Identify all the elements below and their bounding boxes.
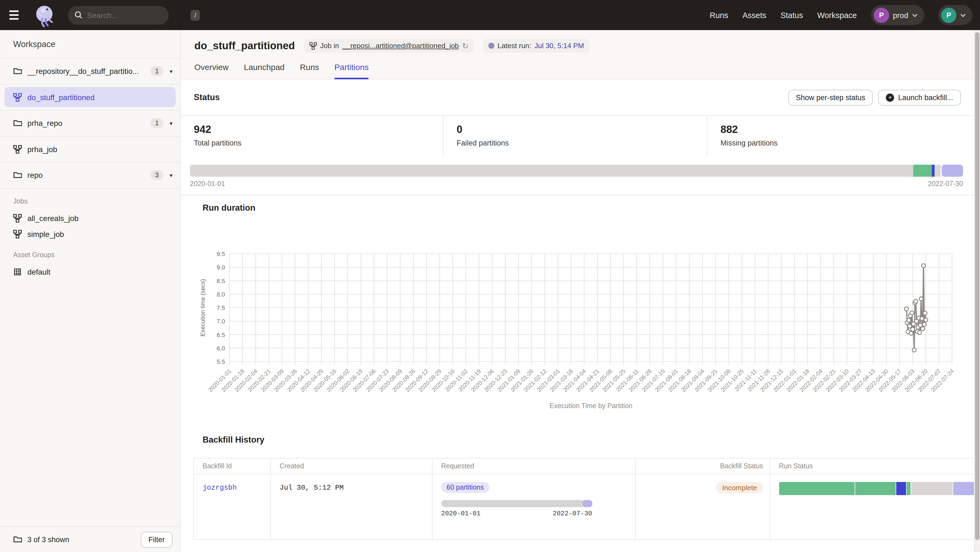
job-icon xyxy=(13,93,22,102)
requested-range-end: 2022-07-30 xyxy=(553,510,592,517)
stat-failed-partitions: 0 Failed partitions xyxy=(444,116,707,157)
svg-text:6.0: 6.0 xyxy=(216,345,225,352)
sidebar-item-default-group[interactable]: default xyxy=(13,264,167,280)
job-label: simple_job xyxy=(27,230,64,238)
svg-text:7.0: 7.0 xyxy=(216,318,225,325)
nav-link-assets[interactable]: Assets xyxy=(742,11,766,19)
main-panel: do_stuff_partitioned Job in __reposi...a… xyxy=(181,30,974,552)
status-heading: Status xyxy=(194,92,220,102)
partition-range-end: 2022-07-30 xyxy=(928,180,963,188)
svg-text:Execution time (secs): Execution time (secs) xyxy=(199,279,206,336)
backfill-created: Jul 30, 5:12 PM xyxy=(280,484,344,492)
dagster-logo[interactable] xyxy=(33,2,56,28)
top-nav: / Runs Assets Status Workspace P prod P xyxy=(0,0,980,30)
tab-overview[interactable]: Overview xyxy=(194,62,229,79)
requested-partitions-badge[interactable]: 60 partitions xyxy=(441,482,489,493)
nav-link-workspace[interactable]: Workspace xyxy=(817,11,857,19)
job-label: prha_job xyxy=(27,145,172,154)
col-created: Created xyxy=(270,458,432,474)
job-origin-link[interactable]: __reposi...artitioned@partitioned_job xyxy=(342,41,459,50)
sidebar-item-do-stuff-partitioned[interactable]: do_stuff_partitioned xyxy=(0,84,180,111)
search-input[interactable] xyxy=(87,11,186,19)
job-tabs: Overview Launchpad Runs Partitions xyxy=(181,52,974,79)
page-scrollbar[interactable] xyxy=(974,30,980,552)
sidebar-item-repository[interactable]: __repository__do_stuff_partitio... 1 ▾ xyxy=(0,59,180,84)
repo-label: repo xyxy=(27,171,145,180)
launch-backfill-button[interactable]: + Launch backfill... xyxy=(878,89,961,105)
repo-count-summary: 3 of 3 shown xyxy=(27,535,135,544)
svg-text:7.5: 7.5 xyxy=(216,305,225,311)
table-row: jozrgsbh Jul 30, 5:12 PM 60 partitions 2… xyxy=(194,474,974,540)
latest-run-link[interactable]: Jul 30, 5:14 PM xyxy=(535,41,584,50)
deployment-label: prod xyxy=(893,11,908,19)
job-header: do_stuff_partitioned Job in __reposi...a… xyxy=(181,30,974,79)
filter-button[interactable]: Filter xyxy=(141,531,172,547)
deployment-avatar: P xyxy=(874,7,889,23)
svg-text:5.5: 5.5 xyxy=(216,358,225,365)
latest-run-tag: Latest run: Jul 30, 5:14 PM xyxy=(483,39,590,52)
sidebar-item-all-cereals-job[interactable]: all_cereals_job xyxy=(13,210,167,226)
job-label: all_cereals_job xyxy=(27,214,79,223)
sidebar-item-simple-job[interactable]: simple_job xyxy=(13,226,167,242)
table-header-row: Backfill Id Created Requested Backfill S… xyxy=(194,458,974,474)
job-label: do_stuff_partitioned xyxy=(27,93,94,102)
run-status-bar[interactable] xyxy=(779,482,974,495)
caret-down-icon[interactable]: ▾ xyxy=(170,121,172,126)
run-duration-chart: 2020-01-012020-01-182020-02-042020-02-21… xyxy=(181,223,974,410)
repo-label: prha_repo xyxy=(27,119,145,128)
job-icon xyxy=(13,214,22,223)
count-badge: 1 xyxy=(151,119,163,128)
show-per-step-status-button[interactable]: Show per-step status xyxy=(788,89,873,105)
user-avatar: P xyxy=(941,7,956,23)
stat-missing-partitions: 882 Missing partitions xyxy=(707,116,974,157)
svg-text:9.0: 9.0 xyxy=(216,264,225,271)
job-icon xyxy=(13,230,22,238)
job-origin-tag: Job in __reposi...artitioned@partitioned… xyxy=(304,39,474,52)
nav-link-status[interactable]: Status xyxy=(780,11,803,19)
deployment-switcher[interactable]: P prod xyxy=(871,5,924,25)
folder-icon xyxy=(13,119,22,128)
col-backfill-id: Backfill Id xyxy=(194,458,270,474)
workspace-sidebar: Workspace __repository__do_stuff_partiti… xyxy=(0,30,181,552)
asset-group-label: default xyxy=(27,268,50,276)
tab-runs[interactable]: Runs xyxy=(300,62,319,79)
scrollbar-thumb[interactable] xyxy=(975,32,980,540)
jobs-section-label: Jobs xyxy=(13,197,167,205)
sidebar-title: Workspace xyxy=(0,30,180,59)
svg-text:8.5: 8.5 xyxy=(216,278,225,284)
asset-groups-section-label: Asset Groups xyxy=(13,251,167,259)
col-run-status: Run Status xyxy=(770,458,974,474)
svg-text:8.0: 8.0 xyxy=(216,291,225,298)
caret-down-icon[interactable]: ▾ xyxy=(170,172,172,178)
chart-caption: Execution Time by Partition xyxy=(194,402,974,410)
asset-group-icon xyxy=(13,268,22,276)
job-origin-prefix: Job in xyxy=(320,41,339,50)
backfill-table: Backfill Id Created Requested Backfill S… xyxy=(193,458,974,540)
user-menu[interactable]: P xyxy=(939,5,972,25)
sidebar-item-repo[interactable]: repo 3 ▾ xyxy=(0,162,180,189)
job-icon xyxy=(309,42,317,49)
svg-text:6.5: 6.5 xyxy=(216,332,225,338)
backfill-status-badge: Incomplete xyxy=(716,482,763,493)
dagster-app: / Runs Assets Status Workspace P prod P … xyxy=(0,0,980,552)
svg-text:9.5: 9.5 xyxy=(216,251,225,257)
reload-icon[interactable]: ↻ xyxy=(462,41,468,50)
stat-total-partitions: 942 Total partitions xyxy=(181,116,444,157)
tab-launchpad[interactable]: Launchpad xyxy=(244,62,285,79)
run-status-dot-icon xyxy=(488,43,495,49)
col-backfill-status: Backfill Status xyxy=(635,458,770,474)
sidebar-item-prha-job[interactable]: prha_job xyxy=(0,136,180,162)
repo-label: __repository__do_stuff_partitio... xyxy=(27,67,145,76)
backfill-id-link[interactable]: jozrgsbh xyxy=(202,484,237,492)
col-requested: Requested xyxy=(432,458,635,474)
nav-link-runs[interactable]: Runs xyxy=(710,11,728,19)
tab-partitions[interactable]: Partitions xyxy=(334,62,369,79)
search-box[interactable]: / xyxy=(68,6,169,24)
partition-status-bar[interactable] xyxy=(190,165,963,177)
count-badge: 3 xyxy=(151,170,163,180)
menu-icon[interactable] xyxy=(8,7,24,23)
sidebar-item-prha-repo[interactable]: prha_repo 1 ▾ xyxy=(0,111,180,136)
search-icon xyxy=(75,11,83,19)
page-title: do_stuff_partitioned xyxy=(194,40,295,52)
caret-down-icon[interactable]: ▾ xyxy=(170,68,172,75)
